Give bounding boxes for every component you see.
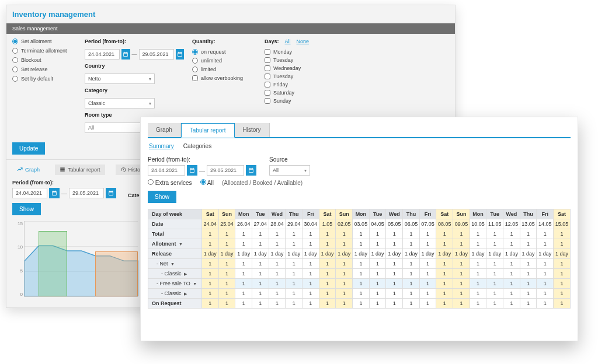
- calendar-icon[interactable]: [187, 165, 197, 176]
- period-from-input[interactable]: [85, 49, 120, 60]
- table-cell: 1: [470, 289, 486, 299]
- action-radio[interactable]: Terminate allotment: [12, 48, 77, 54]
- table-cell: 1: [386, 229, 403, 239]
- calendar-icon[interactable]: [176, 49, 185, 60]
- table-cell: 1: [369, 279, 386, 289]
- lower-cat-label: Cate: [128, 192, 140, 198]
- quantity-radio[interactable]: unlimited: [192, 58, 256, 64]
- table-cell: 1: [486, 299, 503, 309]
- table-cell: 1: [218, 279, 235, 289]
- days-none-link[interactable]: None: [297, 38, 310, 44]
- table-cell: 1: [554, 289, 571, 299]
- table-cell: 1: [252, 299, 269, 309]
- col-date: 29.04: [286, 219, 303, 229]
- day-checkbox[interactable]: Saturday: [265, 90, 335, 96]
- table-cell: 1 day: [403, 249, 420, 259]
- table-cell: 1: [436, 289, 453, 299]
- table-cell: 1: [403, 289, 420, 299]
- front-tab[interactable]: History: [235, 123, 270, 137]
- table-cell: 1: [353, 279, 370, 289]
- lower-show-button[interactable]: Show: [12, 203, 41, 215]
- table-cell: 1: [503, 289, 520, 299]
- period-to-input[interactable]: [139, 49, 174, 60]
- col-dow: Fri: [537, 209, 554, 219]
- category-label: Category: [85, 88, 184, 93]
- day-checkbox[interactable]: Sunday: [265, 98, 335, 104]
- col-dow: Sat: [436, 209, 453, 219]
- front-tab[interactable]: Tabular report: [181, 123, 235, 138]
- table-cell: 1: [520, 259, 537, 269]
- table-cell: 1: [486, 229, 503, 239]
- table-cell: 1: [353, 299, 370, 309]
- row-header[interactable]: - Net ▼: [148, 259, 202, 269]
- table-cell: 1: [235, 259, 252, 269]
- lower-tab[interactable]: Tabular report: [55, 164, 105, 175]
- row-header[interactable]: - Free sale TO ▼: [148, 279, 202, 289]
- lower-tab[interactable]: Graph: [12, 164, 44, 175]
- action-radio[interactable]: Set allotment: [12, 38, 77, 44]
- day-checkbox[interactable]: Monday: [265, 49, 335, 55]
- days-all-link[interactable]: All: [285, 38, 291, 44]
- table-cell: 1: [235, 279, 252, 289]
- action-radio[interactable]: Set release: [12, 66, 77, 72]
- front-period-from[interactable]: [148, 165, 185, 176]
- table-cell: 1: [269, 239, 286, 249]
- table-cell: 1: [537, 299, 554, 309]
- front-tab[interactable]: Graph: [148, 123, 181, 137]
- source-select[interactable]: All▾: [269, 165, 310, 176]
- day-checkbox[interactable]: Wednesday: [265, 65, 335, 71]
- lower-period-to[interactable]: [69, 188, 104, 198]
- action-radio[interactable]: Set by default: [12, 76, 77, 82]
- table-cell: 1: [419, 239, 436, 249]
- calendar-icon[interactable]: [106, 188, 116, 198]
- update-button[interactable]: Update: [12, 142, 45, 155]
- table-cell: 1: [252, 259, 269, 269]
- table-cell: 1: [537, 229, 554, 239]
- table-cell: 1: [537, 279, 554, 289]
- row-header[interactable]: - Classic ▶: [148, 289, 202, 299]
- quantity-radio[interactable]: allow overbooking: [192, 75, 256, 81]
- day-checkbox[interactable]: Tuesday: [265, 57, 335, 63]
- table-cell: 1: [403, 259, 420, 269]
- calendar-icon[interactable]: [121, 49, 130, 60]
- table-cell: 1: [486, 279, 503, 289]
- table-cell: 1 day: [286, 249, 303, 259]
- front-show-button[interactable]: Show: [148, 191, 176, 203]
- table-cell: 1: [419, 299, 436, 309]
- table-cell: 1: [453, 269, 470, 279]
- calendar-icon[interactable]: [246, 165, 256, 176]
- quantity-radio[interactable]: on request: [192, 49, 256, 55]
- quantity-radio[interactable]: limited: [192, 66, 256, 72]
- front-subtab[interactable]: Categories: [183, 143, 211, 149]
- table-cell: 1: [436, 259, 453, 269]
- table-cell: 1: [537, 269, 554, 279]
- table-cell: 1: [537, 259, 554, 269]
- filter-all-radio[interactable]: All: [200, 179, 214, 186]
- row-header[interactable]: - Classic ▶: [148, 269, 202, 279]
- page-title: Inventory management: [6, 5, 455, 23]
- table-cell: 1: [386, 289, 403, 299]
- table-cell: 1: [319, 259, 336, 269]
- table-cell: 1 day: [386, 249, 403, 259]
- col-dow: Mon: [235, 209, 252, 219]
- table-cell: 1: [336, 259, 353, 269]
- day-checkbox[interactable]: Friday: [265, 82, 335, 88]
- row-header[interactable]: Allotment ▼: [148, 239, 202, 249]
- table-cell: 1: [336, 289, 353, 299]
- table-cell: 1: [202, 279, 219, 289]
- table-cell: 1: [520, 289, 537, 299]
- category-select[interactable]: Classic▾: [85, 98, 155, 108]
- table-cell: 1: [419, 269, 436, 279]
- table-cell: 1: [252, 269, 269, 279]
- filter-extra-radio[interactable]: Extra services: [148, 179, 192, 186]
- table-cell: 1: [353, 269, 370, 279]
- front-period-to[interactable]: [207, 165, 244, 176]
- section-band: Sales management: [6, 23, 455, 34]
- day-checkbox[interactable]: Tuesday: [265, 74, 335, 79]
- country-select[interactable]: Netto▾: [85, 74, 155, 84]
- col-date: 02.05: [336, 219, 353, 229]
- lower-period-from[interactable]: [12, 188, 47, 198]
- front-subtab[interactable]: Summary: [149, 143, 174, 149]
- action-radio[interactable]: Blockout: [12, 57, 77, 63]
- calendar-icon[interactable]: [49, 188, 60, 198]
